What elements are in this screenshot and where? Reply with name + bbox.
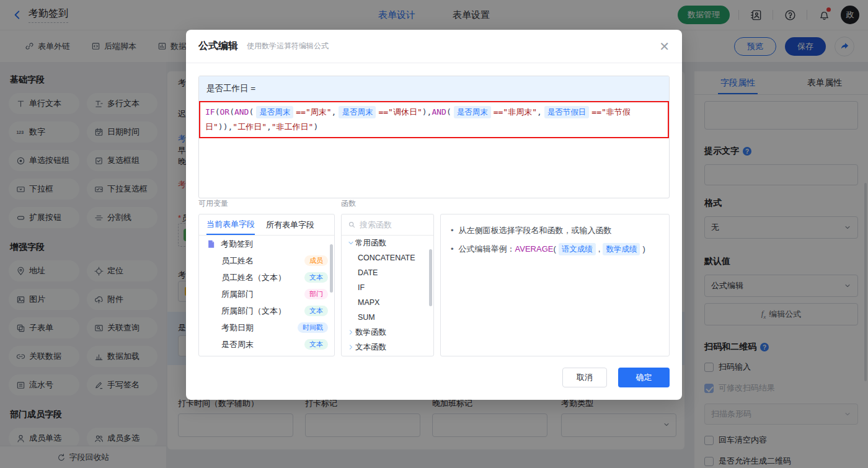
search-icon — [348, 221, 356, 229]
formula-token: ), — [422, 107, 432, 117]
field-type-badge: 文本 — [304, 272, 328, 283]
formula-expression[interactable]: IF(OR(AND(是否周末=="周末",是否周末=="调休日"),AND(是否… — [199, 101, 669, 138]
formula-editor: 是否工作日 = IF(OR(AND(是否周末=="周末",是否周末=="调休日"… — [198, 76, 670, 198]
field-type-badge: 成员 — [304, 255, 328, 266]
cancel-button[interactable]: 取消 — [562, 368, 607, 387]
field-chip[interactable]: 是否节假日 — [544, 106, 590, 118]
field-chip[interactable]: 是否周末 — [454, 106, 491, 118]
functions-scrollbar[interactable] — [429, 249, 432, 306]
formula-token: ) — [313, 122, 318, 131]
chevron-right-icon — [347, 329, 355, 336]
function-group[interactable]: 数学函数 — [342, 325, 433, 340]
chevron-down-icon — [347, 239, 355, 247]
variable-item[interactable]: 员工姓名（文本） 文本 — [199, 269, 334, 286]
confirm-button[interactable]: 确定 — [618, 368, 670, 387]
variables-label: 可用变量 — [198, 198, 228, 209]
field-chip[interactable]: 是否周末 — [256, 106, 293, 118]
formula-token: , — [332, 107, 337, 117]
formula-token: IF — [205, 107, 215, 117]
functions-panel: 搜索函数 常用函数 CONCATENATEDATEIFMAPXSUM 数学函数 … — [341, 214, 434, 356]
function-group[interactable]: 文本函数 — [342, 340, 433, 355]
formula-token: =="非周末" — [494, 107, 537, 117]
variable-item[interactable]: 文本 — [199, 353, 334, 356]
formula-code-area[interactable]: IF(OR(AND(是否周末=="周末",是否周末=="调休日"),AND(是否… — [199, 101, 669, 138]
formula-token: =="调休日" — [378, 107, 422, 117]
variable-item[interactable]: 所属部门（文本） 文本 — [199, 302, 334, 319]
form-doc-icon — [206, 239, 216, 249]
variable-item[interactable]: 所属部门 部门 — [199, 286, 334, 302]
formula-token: =="周末" — [296, 107, 331, 117]
function-item[interactable]: CONCATENATE — [342, 250, 433, 265]
formula-token: AND — [432, 107, 446, 117]
field-chip[interactable]: 是否周末 — [339, 106, 376, 118]
modal-header: 公式编辑 使用数学运算符编辑公式 ✕ — [186, 30, 682, 63]
tab-current-form-fields[interactable]: 当前表单字段 — [206, 214, 255, 235]
search-placeholder: 搜索函数 — [360, 219, 392, 231]
field-chip: 语文成绩 — [559, 243, 596, 255]
tree-root[interactable]: 考勤签到 — [199, 236, 334, 252]
chevron-right-icon — [347, 343, 355, 351]
formula-token: , — [537, 107, 542, 117]
field-type-badge: 部门 — [304, 289, 328, 299]
field-type-badge: 文本 — [304, 306, 328, 316]
variable-item[interactable]: 是否周末 文本 — [199, 336, 334, 353]
formula-token: ( — [229, 107, 234, 117]
close-icon[interactable]: ✕ — [659, 40, 670, 53]
field-chip: 数学成绩 — [603, 243, 640, 255]
function-item[interactable]: IF — [342, 280, 433, 295]
function-item[interactable]: DATE — [342, 265, 433, 280]
variables-panel: 当前表单字段 所有表单字段 考勤签到 员工姓名 成员 员工姓名（文本） 文本 所… — [198, 214, 335, 356]
function-item[interactable]: MAPX — [342, 295, 433, 310]
variable-item[interactable]: 员工姓名 成员 — [199, 252, 334, 269]
modal-footer: 取消 确定 — [562, 368, 670, 387]
function-item[interactable]: SUM — [342, 310, 433, 325]
modal-title: 公式编辑 — [198, 40, 238, 53]
formula-token: , — [267, 122, 272, 131]
variable-tabs: 当前表单字段 所有表单字段 — [199, 214, 334, 236]
tab-all-form-fields[interactable]: 所有表单字段 — [266, 215, 314, 234]
functions-label: 函数 — [341, 198, 356, 209]
function-search[interactable]: 搜索函数 — [342, 214, 433, 236]
function-group[interactable]: 常用函数 — [342, 236, 433, 250]
formula-token: ( — [446, 107, 451, 117]
variable-item[interactable]: 考勤日期 时间戳 — [199, 319, 334, 336]
tip-line: •从左侧面板选择字段名和函数，或输入函数 — [451, 223, 659, 238]
formula-token: "非工作日" — [272, 122, 314, 131]
modal-subtitle: 使用数学运算符编辑公式 — [247, 41, 329, 51]
formula-token: AND — [234, 107, 249, 117]
formula-token: )), — [218, 122, 232, 131]
variables-scrollbar[interactable] — [330, 244, 333, 293]
field-type-badge: 文本 — [304, 356, 328, 356]
tips-panel: •从左侧面板选择字段名和函数，或输入函数 • 公式编辑举例：AVERAGE(语文… — [440, 214, 670, 356]
field-type-badge: 时间戳 — [298, 322, 328, 333]
formula-result-label: 是否工作日 = — [199, 76, 669, 101]
formula-token: OR — [219, 107, 229, 117]
formula-token: "工作日" — [232, 122, 267, 131]
tip-example-line: • 公式编辑举例：AVERAGE(语文成绩,数学成绩) — [451, 242, 659, 257]
formula-editor-modal: 公式编辑 使用数学运算符编辑公式 ✕ 是否工作日 = IF(OR(AND(是否周… — [186, 30, 682, 400]
field-type-badge: 文本 — [304, 339, 328, 350]
formula-token: ( — [249, 107, 254, 117]
